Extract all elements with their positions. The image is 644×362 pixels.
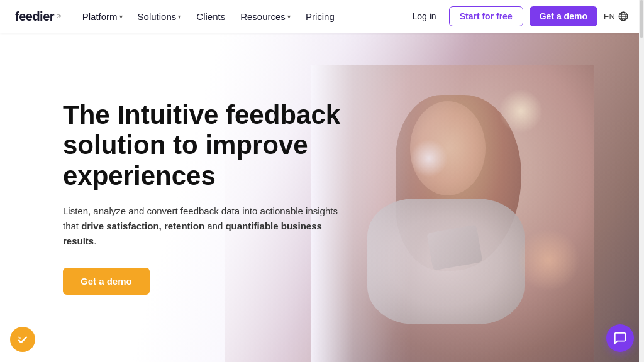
get-demo-button-nav[interactable]: Get a demo xyxy=(530,6,597,26)
navbar: feedier® Platform ▾ Solutions ▾ Clients … xyxy=(0,0,644,33)
chevron-down-icon: ▾ xyxy=(178,13,181,20)
nav-label-platform: Platform xyxy=(82,11,118,22)
chat-icon xyxy=(613,331,627,345)
hero-subtitle-end: . xyxy=(94,236,96,246)
hero-title: The Intuitive feedback solution to impro… xyxy=(63,100,352,191)
logo-reg: ® xyxy=(57,13,61,19)
scrollbar-track[interactable] xyxy=(639,0,644,362)
hero-content: The Intuitive feedback solution to impro… xyxy=(0,100,352,295)
scrollbar-thumb[interactable] xyxy=(640,0,643,38)
logo-text: feedier xyxy=(15,9,54,24)
nav-item-pricing[interactable]: Pricing xyxy=(299,8,341,26)
nav-item-solutions[interactable]: Solutions ▾ xyxy=(131,8,188,26)
nav-label-resources: Resources xyxy=(240,11,286,22)
nav-item-resources[interactable]: Resources ▾ xyxy=(234,8,297,26)
nav-item-clients[interactable]: Clients xyxy=(190,8,231,26)
hero-subtitle: Listen, analyze and convert feedback dat… xyxy=(63,204,340,249)
chevron-down-icon: ▾ xyxy=(287,13,291,20)
nav-label-clients: Clients xyxy=(196,11,225,22)
navbar-left: feedier® Platform ▾ Solutions ▾ Clients … xyxy=(15,8,341,26)
hero-subtitle-middle: and xyxy=(204,221,225,231)
start-free-button[interactable]: Start for free xyxy=(449,6,523,26)
nav-links: Platform ▾ Solutions ▾ Clients Resources… xyxy=(76,8,341,26)
checkmark-icon xyxy=(16,333,29,346)
lang-label: EN xyxy=(604,12,615,21)
bottom-badge[interactable] xyxy=(10,327,35,352)
chat-button[interactable] xyxy=(606,324,634,352)
hero-section: The Intuitive feedback solution to impro… xyxy=(0,33,644,362)
nav-label-solutions: Solutions xyxy=(138,11,177,22)
logo[interactable]: feedier® xyxy=(15,9,61,24)
hero-subtitle-bold1: drive satisfaction, retention xyxy=(81,221,204,231)
nav-item-platform[interactable]: Platform ▾ xyxy=(76,8,129,26)
login-button[interactable]: Log in xyxy=(406,8,443,25)
globe-icon xyxy=(618,11,629,22)
chevron-down-icon: ▾ xyxy=(119,13,123,20)
nav-label-pricing: Pricing xyxy=(306,11,335,22)
language-selector[interactable]: EN xyxy=(604,11,629,22)
navbar-right: Log in Start for free Get a demo EN xyxy=(406,6,630,26)
hero-cta-button[interactable]: Get a demo xyxy=(63,268,150,295)
